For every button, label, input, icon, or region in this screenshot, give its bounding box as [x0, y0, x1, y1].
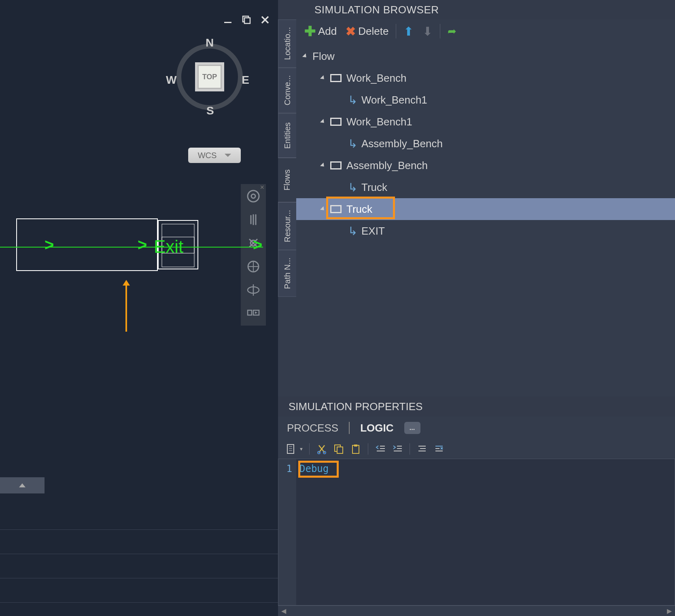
compass-e[interactable]: E [242, 74, 249, 87]
expander-icon[interactable] [320, 75, 326, 81]
horizontal-scrollbar[interactable]: ◀ ▶ [278, 605, 675, 616]
move-down-button[interactable]: ⬇ [419, 23, 436, 40]
viewport-3d[interactable]: N S E W TOP WCS × > > > Exit [0, 0, 278, 616]
panel-row[interactable] [0, 578, 279, 603]
toolbar-separator [410, 443, 410, 455]
minimize-button[interactable] [222, 14, 233, 25]
add-label: Add [318, 25, 337, 38]
routing-arrow-icon: ↳ [348, 93, 357, 107]
svg-point-4 [251, 194, 255, 198]
play-icon[interactable] [244, 305, 262, 322]
tree-label: EXIT [361, 225, 385, 237]
toolbar-separator [440, 24, 440, 38]
code-text[interactable]: Debug [296, 459, 332, 605]
panel-row[interactable] [0, 506, 279, 530]
simulation-properties: SIMULATION PROPERTIES PROCESS LOGIC ... … [278, 396, 675, 616]
wcs-dropdown[interactable]: WCS [188, 148, 241, 163]
orbit-icon[interactable] [244, 258, 262, 275]
tab-logic[interactable]: LOGIC [358, 420, 396, 436]
chevron-down-icon [225, 154, 231, 157]
side-tab-conveyors[interactable]: Conve... [278, 68, 296, 113]
code-editor[interactable]: 1 Debug [278, 459, 675, 605]
add-button[interactable]: ✚ Add [301, 21, 340, 41]
expander-icon[interactable] [320, 163, 326, 168]
viewcube-top[interactable]: TOP [197, 65, 222, 89]
window-controls [222, 14, 271, 25]
rotate-icon[interactable] [244, 281, 262, 299]
side-tab-entities[interactable]: Entities [278, 113, 296, 158]
tree-child-truck[interactable]: ↳ Truck [296, 176, 675, 198]
expander-icon[interactable] [320, 119, 326, 125]
uncomment-icon[interactable] [433, 442, 446, 455]
steering-wheel-icon[interactable] [244, 187, 262, 205]
browser-toolbar: ✚ Add ✖ Delete ⬆ ⬇ [296, 19, 675, 43]
comment-icon[interactable] [416, 442, 429, 455]
code-token: Debug [299, 463, 329, 474]
flow-chevron-icon: > [45, 236, 54, 254]
tree-item-work-bench1[interactable]: Work_Bench1 [296, 111, 675, 133]
tree-root-flow[interactable]: Flow [296, 45, 675, 67]
expander-icon[interactable] [302, 53, 308, 59]
close-button[interactable] [259, 14, 271, 25]
tree-label: Assembly_Bench [346, 159, 428, 172]
delete-button[interactable]: ✖ Delete [342, 23, 392, 40]
indent-icon[interactable] [391, 442, 404, 455]
share-button[interactable]: ➦ [444, 23, 460, 39]
document-icon[interactable] [284, 442, 297, 455]
svg-rect-0 [224, 22, 231, 23]
side-tab-flows[interactable]: Flows [278, 158, 296, 202]
tree-item-assembly-bench[interactable]: Assembly_Bench [296, 155, 675, 176]
side-tab-locations[interactable]: Locatio... [278, 19, 296, 68]
tree-child-exit[interactable]: ↳ EXIT [296, 220, 675, 242]
outdent-icon[interactable] [374, 442, 387, 455]
panel-collapse-button[interactable] [0, 477, 45, 493]
dropdown-icon[interactable]: ▼ [299, 447, 304, 451]
tree-item-work-bench[interactable]: Work_Bench [296, 67, 675, 89]
routing-arrow-icon: ↳ [348, 181, 357, 194]
scroll-right-icon[interactable]: ▶ [665, 607, 673, 615]
tree-child-assembly-bench[interactable]: ↳ Assembly_Bench [296, 133, 675, 155]
tree-label: Work_Bench [346, 72, 406, 85]
viewcube-compass[interactable]: N S E W TOP [165, 32, 250, 117]
toolbar-separator [309, 443, 310, 455]
wcs-label: WCS [198, 151, 217, 160]
panel-row[interactable] [0, 554, 279, 578]
ucs-arrow [125, 283, 127, 332]
exit-label[interactable]: Exit [154, 237, 183, 257]
folder-icon [330, 118, 342, 126]
compass-n[interactable]: N [206, 36, 214, 49]
tab-separator [349, 422, 350, 434]
compass-w[interactable]: W [166, 74, 176, 87]
nav-toolbar: × [241, 184, 266, 326]
panel-row[interactable] [0, 530, 279, 554]
svg-rect-19 [337, 447, 343, 453]
plus-icon: ✚ [304, 23, 316, 39]
move-up-button[interactable]: ⬆ [400, 23, 417, 40]
compass-s[interactable]: S [206, 104, 214, 117]
pan-icon[interactable] [244, 211, 262, 229]
tree-child-work-bench1[interactable]: ↳ Work_Bench1 [296, 89, 675, 111]
x-icon: ✖ [346, 24, 356, 38]
scroll-left-icon[interactable]: ◀ [280, 607, 288, 615]
browser-content: ✚ Add ✖ Delete ⬆ ⬇ [296, 19, 675, 396]
ucs-arrowhead-icon [123, 280, 130, 286]
tree-item-truck[interactable]: Truck [296, 198, 675, 220]
maximize-button[interactable] [241, 14, 252, 25]
line-number: 1 [278, 463, 292, 474]
side-tab-resources[interactable]: Resour... [278, 202, 296, 250]
routing-arrow-icon: ↳ [348, 137, 357, 150]
browser-side-tabs: Locatio... Conve... Entities Flows Resou… [278, 19, 296, 396]
close-icon[interactable]: × [260, 183, 264, 192]
tree-label: Truck [346, 203, 372, 216]
tab-more-button[interactable]: ... [404, 422, 420, 434]
tree-label: Work_Bench1 [361, 94, 427, 106]
folder-icon [330, 205, 342, 213]
expander-icon[interactable] [320, 206, 326, 212]
svg-rect-8 [248, 310, 252, 315]
cut-icon[interactable] [315, 442, 328, 455]
flow-chevron-icon: > [138, 236, 147, 254]
tab-process[interactable]: PROCESS [284, 420, 341, 436]
copy-icon[interactable] [332, 442, 345, 455]
side-tab-path-networks[interactable]: Path N... [278, 250, 296, 297]
paste-icon[interactable] [349, 442, 362, 455]
